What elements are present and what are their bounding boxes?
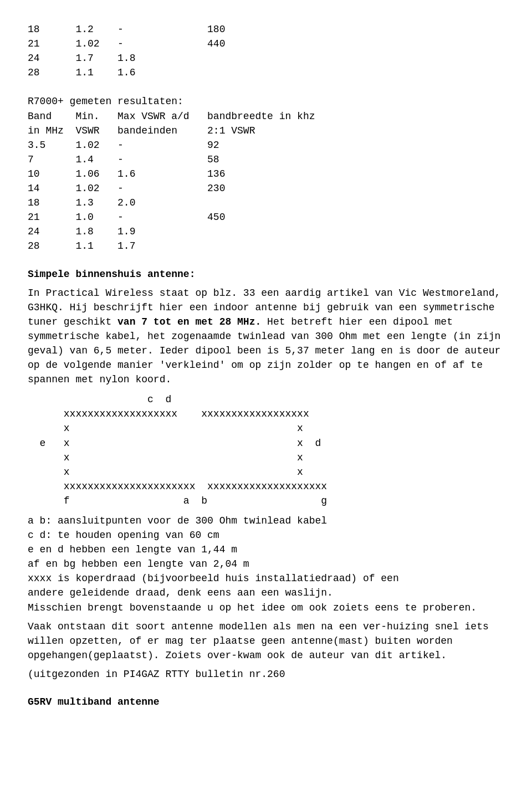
section2-heading: G5RV multiband antenne [28, 696, 160, 707]
page: 18 1.2 - 180 21 1.02 - 440 24 1.7 1.8 28… [28, 22, 504, 709]
legend: a b: aansluitpunten voor de 300 Ohm twin… [28, 514, 504, 601]
table-top: 18 1.2 - 180 21 1.02 - 440 24 1.7 1.8 28… [28, 22, 504, 254]
section1-para3: Misschien brengt bovenstaande u op het i… [28, 601, 504, 615]
antenna-diagram: c d xxxxxxxxxxxxxxxxxxx xxxxxxxxxxxxxxxx… [28, 392, 504, 508]
section1-para5: (uitgezonden in PI4GAZ RTTY bulletin nr.… [28, 667, 504, 681]
section1-heading: Simpele binnenshuis antenne: [28, 269, 195, 280]
section1-para4: Vaak ontstaan dit soort antenne modellen… [28, 619, 504, 663]
section1-body: In Practical Wireless staat op blz. 33 e… [28, 286, 504, 387]
section1-bold: van 7 tot en met 28 MHz. [117, 316, 261, 327]
